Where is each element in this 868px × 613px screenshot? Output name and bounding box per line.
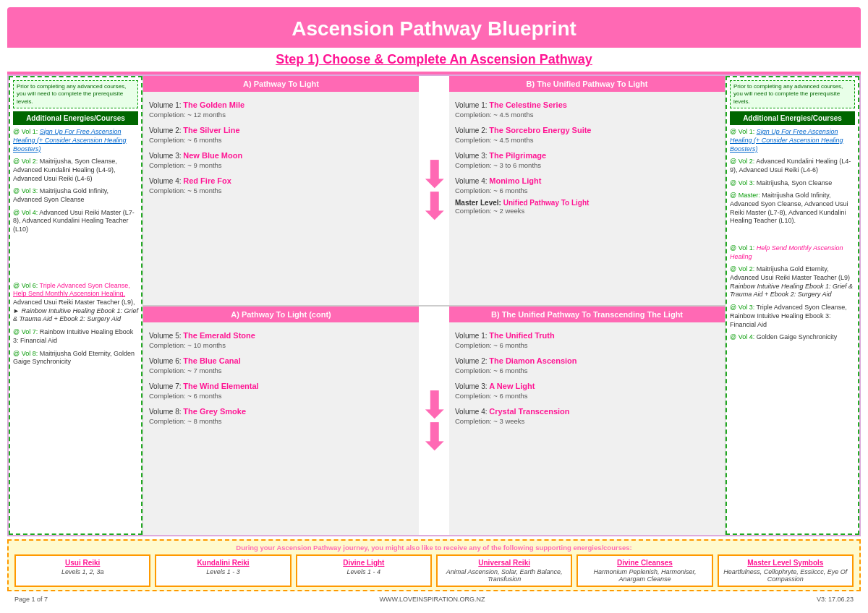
right-sidebar-cont-vol1: @ Vol 1: Help Send Monthly Ascension Hea… [730, 244, 855, 261]
right-prereq-note: Prior to completing any advanced courses… [730, 80, 855, 108]
b-cont-vol1: Volume 1: The Unified Truth Completion: … [455, 328, 719, 349]
section-a-header: A) Pathway To Light [143, 76, 419, 92]
a-vol5: Volume 5: The Emerald Stone Completion: … [149, 328, 413, 349]
b-vol2: Volume 2: The Sorcebro Energy Suite Comp… [455, 123, 719, 144]
a-vol4: Volume 4: Red Fire Fox Completion: ~ 5 m… [149, 173, 413, 194]
right-sidebar-cont-vol3: @ Vol 3: Triple Advanced Syon Cleanse, R… [730, 304, 855, 329]
pathway-arrows: ⬇ ⬇ [420, 76, 449, 305]
main-header: Ascension Pathway Blueprint [7, 7, 861, 48]
support-divine-light: Divine Light Levels 1 - 4 [296, 554, 432, 587]
footer: Page 1 of 7 WWW.LOVEINSPIRATION.ORG.NZ V… [7, 591, 861, 606]
b-vol1: Volume 1: The Celestine Series Completio… [455, 98, 719, 119]
support-usui-reiki: Usui Reiki Levels 1, 2, 3a [14, 554, 150, 587]
left-prereq-note: Prior to completing any advanced courses… [13, 80, 138, 108]
a-vol1: Volume 1: The Golden Mile Completion: ~ … [149, 98, 413, 119]
b-cont-vol2: Volume 2: The Diamon Ascension Completio… [455, 353, 719, 374]
a-vol8: Volume 8: The Grey Smoke Completion: ~ 8… [149, 404, 413, 425]
left-sidebar-vol3: @ Vol 3: Maitrijusha Gold Infinity, Adva… [13, 187, 138, 204]
section-a-cont-body: Volume 5: The Emerald Stone Completion: … [143, 322, 419, 536]
footer-version: V3: 17.06.23 [817, 596, 854, 603]
b-vol4: Volume 4: Monimo Light Completion: ~ 6 m… [455, 173, 719, 194]
right-sidebar-header: Additional Energies/Courses [730, 111, 855, 125]
footer-website: WWW.LOVEINSPIRATION.ORG.NZ [380, 596, 485, 603]
left-sidebar: Prior to completing any advanced courses… [9, 76, 142, 535]
right-sidebar-cont-vol2: @ Vol 2: Maitrijusha Gold Eternity, Adva… [730, 265, 855, 299]
support-kundalini-reiki: Kundalini Reiki Levels 1 - 3 [155, 554, 291, 587]
b-master: Master Level: Unified Pathway To Light C… [455, 199, 719, 215]
left-sidebar-vol8: @ Vol 8: Maitrijusha Gold Eternity, Gold… [13, 350, 138, 366]
right-sidebar-vol2: @ Vol 2: Advanced Kundalini Healing (L4-… [730, 158, 855, 174]
left-sidebar-vol4: @ Vol 4: Advanced Usui Reiki Master (L7-… [13, 209, 138, 234]
b-cont-vol3: Volume 3: A New Light Completion: ~ 6 mo… [455, 379, 719, 400]
b-cont-vol4: Volume 4: Crystal Transcension Completio… [455, 404, 719, 425]
section-b-header: B) The Unified Pathway To Light [449, 76, 725, 92]
bottom-notice: During your Ascension Pathway journey, y… [14, 544, 854, 552]
a-vol6: Volume 6: The Blue Canal Completion: ~ 7… [149, 353, 413, 374]
b-vol3: Volume 3: The Pilgrimage Completion: ~ 3… [455, 148, 719, 169]
a-vol7: Volume 7: The Wind Elemental Completion:… [149, 379, 413, 400]
right-sidebar: Prior to completing any advanced courses… [726, 76, 859, 535]
a-vol3: Volume 3: New Blue Moon Completion: ~ 9 … [149, 148, 413, 169]
right-sidebar-vol3: @ Vol 3: Maitrijusha, Syon Cleanse [730, 179, 855, 188]
a-vol2: Volume 2: The Silver Line Completion: ~ … [149, 123, 413, 144]
left-sidebar-header: Additional Energies/Courses [13, 111, 138, 125]
right-sidebar-cont-vol4: @ Vol 4: Golden Gaige Synchronicity [730, 333, 855, 342]
section-b-body: Volume 1: The Celestine Series Completio… [449, 92, 725, 305]
support-divine-cleanses: Divine Cleanses Harmonium Peplenish, Har… [576, 554, 712, 587]
left-sidebar-vol7: @ Vol 7: Rainbow Intuitive Healing Ebook… [13, 328, 138, 345]
main-title: Ascension Pathway Blueprint [14, 17, 854, 40]
section-a-body: Volume 1: The Golden Mile Completion: ~ … [143, 92, 419, 305]
section-b-cont-body: Volume 1: The Unified Truth Completion: … [449, 322, 725, 536]
support-universal-reiki: Universal Reiki Animal Ascension, Solar,… [436, 554, 572, 587]
step-title: Step 1) Choose & Complete An Ascension P… [7, 48, 861, 72]
right-sidebar-vol1: @ Vol 1: Sign Up For Free Ascension Heal… [730, 128, 855, 153]
left-sidebar-vol1: @ Vol 1: Sign Up For Free Ascension Heal… [13, 128, 138, 153]
support-master-symbols: Master Level Symbols Heartfulness, Cello… [718, 554, 854, 587]
right-sidebar-master: @ Master: Maitrijusha Gold Infinity, Adv… [730, 192, 855, 226]
left-sidebar-vol2: @ Vol 2: Maitrijusha, Syon Cleanse, Adva… [13, 158, 138, 183]
footer-page: Page 1 of 7 [14, 596, 48, 603]
section-b-cont-header: B) The Unified Pathway To Transcending T… [449, 306, 725, 322]
left-sidebar-vol6: @ Vol 6: Triple Advanced Syon Cleanse, H… [13, 282, 138, 324]
pathway-arrows-cont: ⬇ ⬇ [420, 306, 449, 536]
section-a-cont-header: A) Pathway To Light (cont) [143, 306, 419, 322]
page: Ascension Pathway Blueprint Step 1) Choo… [0, 0, 868, 613]
